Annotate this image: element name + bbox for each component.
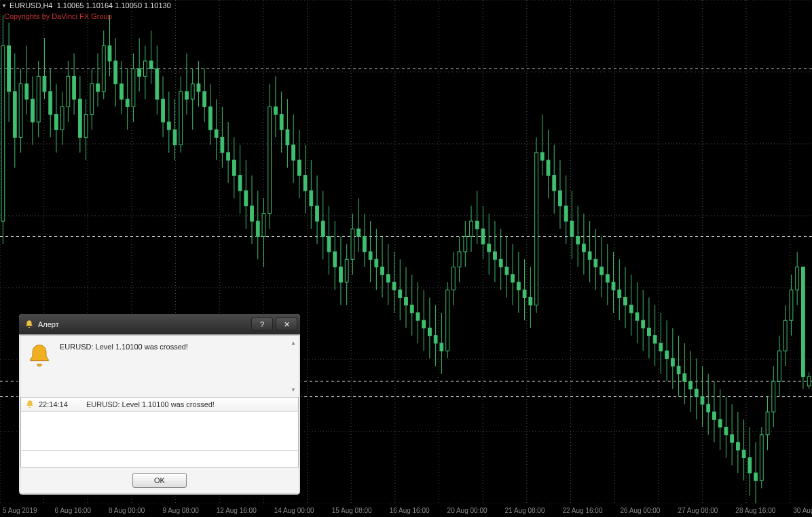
- svg-rect-206: [517, 282, 520, 290]
- svg-rect-192: [475, 221, 479, 229]
- svg-rect-144: [333, 252, 337, 267]
- svg-rect-190: [470, 221, 473, 236]
- svg-rect-100: [203, 92, 206, 107]
- dropdown-icon[interactable]: ▼: [1, 3, 7, 9]
- svg-rect-294: [778, 351, 781, 381]
- x-tick: 22 Aug 16:00: [563, 507, 603, 514]
- svg-rect-302: [802, 267, 805, 377]
- svg-rect-86: [162, 99, 165, 122]
- svg-rect-50: [55, 115, 58, 130]
- alert-titlebar[interactable]: Алерт ? ✕: [19, 314, 300, 334]
- svg-rect-290: [766, 412, 769, 435]
- svg-rect-70: [114, 61, 117, 84]
- x-tick: 6 Aug 16:00: [55, 507, 91, 514]
- svg-rect-64: [96, 84, 100, 92]
- svg-rect-54: [67, 76, 70, 107]
- svg-rect-164: [392, 282, 396, 290]
- svg-rect-220: [559, 191, 562, 206]
- svg-rect-278: [731, 435, 734, 442]
- svg-rect-122: [268, 107, 272, 213]
- svg-rect-138: [316, 206, 319, 221]
- svg-rect-274: [718, 419, 722, 427]
- svg-rect-282: [742, 450, 745, 457]
- svg-rect-216: [547, 160, 550, 175]
- alert-log: 22:14:14 EURUSD: Level 1.10100 was cross…: [20, 397, 299, 451]
- svg-rect-108: [227, 153, 230, 160]
- svg-rect-234: [600, 267, 604, 274]
- x-tick: 27 Aug 08:00: [678, 507, 718, 514]
- svg-rect-298: [790, 290, 793, 320]
- svg-rect-72: [120, 84, 124, 99]
- x-tick: 21 Aug 08:00: [505, 507, 545, 514]
- svg-rect-74: [126, 99, 129, 107]
- svg-rect-186: [458, 252, 461, 267]
- bell-icon: [26, 343, 53, 370]
- svg-rect-114: [244, 191, 248, 206]
- svg-rect-304: [807, 377, 811, 385]
- alert-title: Алерт: [38, 320, 248, 328]
- svg-rect-154: [363, 237, 366, 252]
- svg-rect-214: [540, 153, 544, 160]
- help-button[interactable]: ?: [251, 318, 273, 331]
- svg-rect-184: [451, 267, 455, 290]
- svg-rect-280: [736, 442, 739, 450]
- svg-rect-118: [256, 221, 259, 236]
- scroll-down-icon[interactable]: ▼: [291, 387, 296, 393]
- svg-rect-264: [689, 381, 693, 389]
- svg-rect-96: [191, 84, 194, 99]
- svg-rect-170: [410, 305, 413, 313]
- svg-rect-240: [618, 290, 621, 297]
- svg-rect-248: [642, 320, 645, 328]
- svg-rect-68: [108, 45, 111, 60]
- svg-rect-48: [49, 92, 52, 115]
- x-tick: 26 Aug 00:00: [620, 507, 660, 514]
- ok-button[interactable]: OK: [132, 473, 187, 488]
- x-tick: 16 Aug 16:00: [390, 507, 430, 514]
- x-tick: 8 Aug 00:00: [109, 507, 145, 514]
- svg-rect-174: [422, 320, 426, 328]
- svg-rect-102: [209, 107, 213, 130]
- scroll-up-icon[interactable]: ▲: [291, 340, 296, 346]
- bell-icon: [24, 320, 34, 329]
- svg-rect-250: [648, 328, 651, 335]
- x-tick: 28 Aug 16:00: [735, 507, 775, 514]
- log-row[interactable]: 22:14:14 EURUSD: Level 1.10100 was cross…: [21, 398, 298, 412]
- svg-rect-44: [37, 76, 40, 121]
- svg-rect-218: [553, 176, 556, 191]
- svg-rect-180: [440, 343, 443, 351]
- svg-rect-76: [132, 69, 135, 107]
- svg-rect-260: [677, 366, 680, 374]
- svg-rect-224: [570, 221, 574, 236]
- svg-rect-84: [155, 69, 159, 99]
- svg-rect-92: [179, 92, 183, 145]
- svg-rect-244: [629, 305, 633, 313]
- svg-rect-242: [624, 297, 627, 305]
- svg-rect-288: [760, 435, 763, 480]
- svg-rect-140: [321, 221, 325, 236]
- alert-dialog: Алерт ? ✕ EURUSD: Level 1.10100 was cros…: [18, 313, 301, 495]
- svg-rect-276: [724, 427, 728, 435]
- ohlc-values: 1.10065 1.10164 1.10050 1.10130: [57, 1, 171, 9]
- close-button[interactable]: ✕: [276, 318, 297, 331]
- svg-rect-272: [713, 412, 716, 419]
- x-tick: 12 Aug 16:00: [217, 507, 257, 514]
- svg-rect-160: [381, 267, 384, 274]
- svg-rect-158: [375, 259, 378, 267]
- x-tick: 5 Aug 2019: [3, 507, 37, 514]
- svg-rect-128: [286, 130, 289, 145]
- svg-rect-82: [149, 61, 153, 69]
- log-message: EURUSD: Level 1.10100 was crossed!: [86, 400, 294, 408]
- svg-rect-90: [173, 130, 177, 145]
- svg-rect-62: [90, 84, 94, 115]
- svg-rect-182: [446, 290, 449, 351]
- svg-rect-98: [197, 84, 200, 92]
- svg-rect-132: [297, 160, 301, 175]
- svg-rect-188: [464, 237, 467, 252]
- svg-rect-262: [683, 374, 686, 381]
- svg-rect-204: [511, 275, 515, 282]
- svg-rect-162: [386, 275, 390, 282]
- svg-rect-66: [102, 45, 105, 91]
- svg-rect-232: [594, 259, 597, 267]
- svg-rect-168: [405, 297, 408, 305]
- svg-rect-228: [582, 244, 585, 252]
